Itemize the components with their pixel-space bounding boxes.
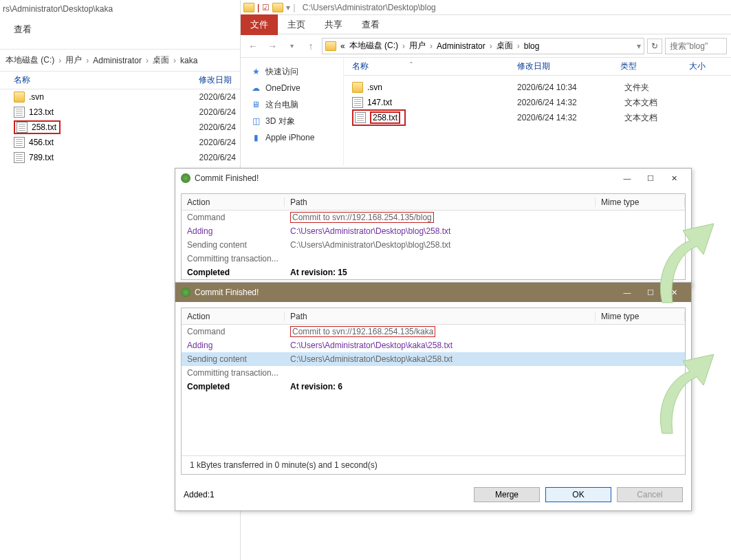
back-button[interactable]: ← xyxy=(245,38,261,54)
column-headers[interactable]: 名称 修改日期 xyxy=(0,72,240,89)
minimize-button[interactable]: — xyxy=(615,286,639,299)
up-button[interactable]: ↑ xyxy=(303,38,319,54)
table-row[interactable]: Committing transaction... xyxy=(182,252,685,266)
file-row[interactable]: 147.txt2020/6/24 14:32文本文档 xyxy=(352,95,731,110)
cell-action: Sending content xyxy=(182,354,285,364)
cell-action: Committing transaction... xyxy=(182,254,285,263)
col-name[interactable]: 名称 xyxy=(14,74,199,86)
file-row[interactable]: .svn2020/6/24 10:34文件夹 xyxy=(352,80,731,95)
table-row[interactable]: Sending contentC:\Users\Administrator\De… xyxy=(182,352,685,366)
close-button[interactable]: ✕ xyxy=(662,286,686,299)
breadcrumb-part[interactable]: kaka xyxy=(180,56,197,65)
file-row[interactable]: 123.txt2020/6/24 xyxy=(14,105,240,120)
forward-button[interactable]: → xyxy=(264,38,281,54)
table-row[interactable]: CommandCommit to svn://192.168.254.135/b… xyxy=(182,211,685,224)
breadcrumb-part[interactable]: 用户 xyxy=(409,40,426,52)
file-name: 258.txt xyxy=(370,111,400,124)
ribbon-tab-share[interactable]: 共享 xyxy=(315,14,352,35)
ribbon-tab-view[interactable]: 查看 xyxy=(352,14,389,35)
file-date: 2020/6/24 xyxy=(199,153,240,162)
breadcrumb-part[interactable]: blog xyxy=(524,41,540,51)
breadcrumb-prefix[interactable]: « xyxy=(340,41,345,51)
nav-tree-item[interactable]: ★快速访问 xyxy=(250,63,343,80)
table-row[interactable]: AddingC:\Users\Administrator\Desktop\blo… xyxy=(182,224,685,238)
file-list: .svn2020/6/24 10:34文件夹147.txt2020/6/24 1… xyxy=(344,76,731,125)
folder-icon xyxy=(352,82,363,93)
nav-tree-label: OneDrive xyxy=(265,83,301,93)
button-row: Added:1 Merge OK Cancel xyxy=(175,480,691,510)
file-name: .svn xyxy=(367,83,382,92)
ribbon-tab-view[interactable]: 查看 xyxy=(14,23,240,36)
file-icon xyxy=(352,97,363,108)
table-row[interactable]: AddingC:\Users\Administrator\Desktop\kak… xyxy=(182,338,685,352)
folder-icon xyxy=(243,3,254,12)
nav-tree-item[interactable]: ◫3D 对象 xyxy=(250,113,343,129)
close-button[interactable]: ✕ xyxy=(662,171,686,185)
phone-icon: ▮ xyxy=(250,133,261,142)
refresh-button[interactable]: ↻ xyxy=(647,39,662,54)
table-row[interactable]: CompletedAt revision: 6 xyxy=(182,380,685,394)
address-dropdown-icon[interactable]: ▾ xyxy=(637,41,641,51)
nav-tree-item[interactable]: ▮Apple iPhone xyxy=(250,129,343,146)
results-table: Action Path Mime type CommandCommit to s… xyxy=(181,308,686,475)
address-bar[interactable]: « 本地磁盘 (C:)› 用户› Administrator› 桌面› blog… xyxy=(322,38,644,54)
dialog-titlebar[interactable]: Commit Finished! — ☐ ✕ xyxy=(175,283,691,302)
col-size[interactable]: 大小 xyxy=(689,61,706,72)
nav-tree-item[interactable]: ☁OneDrive xyxy=(250,80,343,96)
col-path[interactable]: Path xyxy=(285,197,596,207)
history-dropdown[interactable]: ▾ xyxy=(283,38,300,54)
col-type[interactable]: 类型 xyxy=(620,61,689,72)
dialog-titlebar[interactable]: Commit Finished! — ☐ ✕ xyxy=(175,169,691,188)
breadcrumb-part[interactable]: 本地磁盘 (C:) xyxy=(349,40,398,52)
cell-action: Sending content xyxy=(182,240,285,250)
breadcrumb-part[interactable]: Administrator xyxy=(93,56,142,65)
breadcrumb-part[interactable]: 本地磁盘 (C:) xyxy=(6,54,54,66)
table-row[interactable]: Sending contentC:\Users\Administrator\De… xyxy=(182,238,685,252)
col-name[interactable]: 名称ˆ xyxy=(352,61,517,72)
col-path[interactable]: Path xyxy=(285,312,596,321)
file-icon xyxy=(17,122,28,133)
col-mime[interactable]: Mime type xyxy=(596,312,685,321)
ok-button[interactable]: OK xyxy=(545,487,611,502)
minimize-button[interactable]: — xyxy=(615,171,639,185)
col-date[interactable]: 修改日期 xyxy=(517,61,620,72)
cancel-button[interactable]: Cancel xyxy=(617,487,683,502)
ribbon-tab-file[interactable]: 文件 xyxy=(241,14,278,35)
maximize-button[interactable]: ☐ xyxy=(639,171,662,185)
breadcrumb-part[interactable]: 桌面 xyxy=(153,54,169,66)
breadcrumb-part[interactable]: 桌面 xyxy=(497,40,513,52)
cell-path: At revision: 15 xyxy=(285,268,596,277)
chevron-right-icon: › xyxy=(146,56,149,65)
folder-icon xyxy=(325,41,336,51)
file-row[interactable]: 789.txt2020/6/24 xyxy=(14,150,240,165)
file-icon xyxy=(14,107,25,118)
column-headers[interactable]: 名称ˆ 修改日期 类型 大小 xyxy=(344,58,731,76)
col-action[interactable]: Action xyxy=(182,197,285,207)
file-name: 456.txt xyxy=(29,138,54,147)
file-row[interactable]: 258.txt2020/6/24 xyxy=(14,120,240,135)
nav-tree-item[interactable]: 🖥这台电脑 xyxy=(250,96,343,113)
ribbon-tab-home[interactable]: 主页 xyxy=(278,14,315,35)
table-row[interactable]: CommandCommit to svn://192.168.254.135/k… xyxy=(182,325,685,338)
table-row[interactable]: Committing transaction... xyxy=(182,366,685,380)
dropdown-icon[interactable]: ▾ xyxy=(286,3,290,12)
qat-check-icon[interactable]: ☑ xyxy=(262,3,270,12)
maximize-button[interactable]: ☐ xyxy=(639,286,662,299)
file-row[interactable]: .svn2020/6/24 xyxy=(14,89,240,105)
cube-icon: ◫ xyxy=(250,116,261,126)
col-mime[interactable]: Mime type xyxy=(596,197,685,207)
cell-path: C:\Users\Administrator\Desktop\kaka\258.… xyxy=(285,354,596,364)
col-action[interactable]: Action xyxy=(182,312,285,321)
col-date[interactable]: 修改日期 xyxy=(199,74,240,86)
file-row[interactable]: 258.txt2020/6/24 14:32文本文档 xyxy=(352,110,731,125)
merge-button[interactable]: Merge xyxy=(474,487,540,502)
file-row[interactable]: 456.txt2020/6/24 xyxy=(14,135,240,150)
cell-path: C:\Users\Administrator\Desktop\blog\258.… xyxy=(285,226,596,236)
breadcrumb-part[interactable]: Administrator xyxy=(437,41,485,51)
nav-row: ← → ▾ ↑ « 本地磁盘 (C:)› 用户› Administrator› … xyxy=(241,34,731,58)
table-row[interactable]: CompletedAt revision: 15 xyxy=(182,266,685,279)
search-input[interactable] xyxy=(665,38,727,54)
breadcrumb-part[interactable]: 用户 xyxy=(65,54,82,66)
breadcrumb[interactable]: 本地磁盘 (C:)› 用户› Administrator› 桌面› kaka xyxy=(0,50,240,72)
file-type: 文本文档 xyxy=(624,112,693,124)
